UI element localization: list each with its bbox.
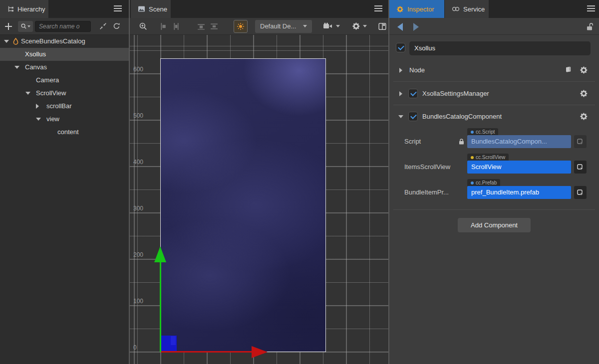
inspector-toolbar (389, 18, 599, 35)
node-active-checkbox[interactable] (396, 43, 405, 52)
tree-row-xsollus[interactable]: Xsollus (0, 48, 129, 61)
lock-open-icon[interactable] (586, 22, 594, 31)
component-gear-icon[interactable] (580, 89, 588, 98)
search-icon (20, 23, 27, 29)
tab-scene[interactable]: Scene (131, 0, 171, 18)
search-filter-button[interactable] (18, 21, 33, 32)
scene-menu-icon[interactable] (374, 5, 382, 6)
nav-forward-icon[interactable] (413, 23, 419, 31)
tree-row-camera[interactable]: Camera (0, 74, 129, 87)
selected-node-gizmo[interactable] (161, 336, 177, 352)
prop-label-script: Script (404, 135, 421, 148)
component-enabled-checkbox[interactable] (408, 89, 418, 98)
gizmo-toggle-button[interactable] (234, 20, 248, 33)
inspector-panel: Inspector Service Xsollus Node (389, 0, 599, 364)
settings-manager-header[interactable]: XsollaSettingsManager (389, 86, 599, 101)
tree-row-view[interactable]: view (0, 113, 129, 126)
search-filter-caret-icon (27, 25, 30, 27)
collapse-all-icon[interactable] (99, 22, 107, 30)
camera-icon[interactable] (323, 22, 334, 31)
zoom-icon[interactable] (139, 22, 148, 31)
hierarchy-toolbar (0, 18, 129, 35)
tree-row-canvas[interactable]: Canvas (0, 61, 129, 74)
align-top-icon[interactable] (197, 22, 206, 31)
collapse-arrow-icon[interactable] (399, 91, 402, 96)
ruler-label: 500 (133, 112, 153, 119)
hierarchy-tree: SceneBundlesCatalog Xsollus Canvas Camer… (0, 35, 129, 139)
tab-inspector-label: Inspector (407, 5, 434, 13)
section-divider (393, 209, 595, 210)
node-section-header[interactable]: Node (389, 63, 599, 78)
component-enabled-checkbox[interactable] (408, 112, 418, 121)
asset-picker-icon[interactable] (574, 161, 587, 174)
prop-label-bundleitemprefab: BundleItemPr... (404, 186, 449, 199)
scrollview-value-field[interactable]: ScrollView (467, 161, 571, 174)
asset-picker-icon[interactable] (574, 135, 587, 148)
expand-arrow-icon[interactable] (14, 66, 22, 69)
y-axis-arrow-icon[interactable] (154, 246, 166, 262)
expand-arrow-icon[interactable] (25, 92, 33, 95)
create-node-button[interactable] (5, 23, 12, 30)
hierarchy-menu-icon[interactable] (114, 5, 122, 6)
type-badge: cc.ScrollView (467, 154, 509, 161)
align-left-icon[interactable] (159, 22, 168, 31)
collapse-arrow-icon[interactable] (399, 68, 402, 73)
asset-picker-icon[interactable] (574, 186, 587, 199)
node-docs-book-icon[interactable] (564, 66, 573, 73)
script-value-field: BundlesCatalogCompon... (467, 135, 571, 148)
tree-label: Camera (36, 74, 59, 87)
tab-hierarchy[interactable]: Hierarchy (0, 0, 48, 18)
light-gizmo-icon (237, 22, 245, 30)
panel-splitter[interactable] (388, 0, 389, 364)
tree-label: ScrollView (36, 87, 66, 100)
tab-hierarchy-label: Hierarchy (17, 5, 45, 13)
tree-row-scrollbar[interactable]: scrollBar (0, 100, 129, 113)
scene-flame-icon (12, 37, 21, 45)
add-component-button[interactable]: Add Component (458, 218, 531, 232)
x-axis-line (161, 351, 252, 353)
collapse-arrow-icon[interactable] (36, 104, 44, 109)
scene-viewport[interactable]: 600 500 400 300 200 100 0 (130, 35, 388, 364)
expand-arrow-icon[interactable] (398, 115, 403, 118)
tree-row-content[interactable]: content (0, 126, 129, 139)
panel-splitter[interactable] (129, 0, 130, 364)
y-axis-line (160, 262, 161, 352)
design-canvas[interactable] (160, 58, 326, 352)
expand-arrow-icon[interactable] (36, 118, 44, 121)
search-input[interactable] (35, 21, 91, 32)
settings-manager-label: XsollaSettingsManager (422, 90, 489, 97)
design-resolution-dropdown[interactable]: Default De... (255, 20, 312, 33)
layout-split-icon[interactable] (378, 22, 387, 31)
settings-caret-icon[interactable] (363, 25, 367, 27)
ruler-label: 400 (133, 159, 153, 166)
tab-inspector[interactable]: Inspector (389, 0, 444, 18)
type-dot-icon (471, 131, 474, 134)
inspector-menu-icon[interactable] (587, 5, 595, 6)
prop-label-itemsscrollview: ItemsScrollView (404, 161, 450, 174)
tree-label: scrollBar (46, 100, 72, 113)
expand-arrow-icon[interactable] (4, 40, 12, 43)
node-name-field[interactable]: Xsollus (409, 41, 591, 55)
tab-service[interactable]: Service (445, 0, 489, 18)
component-gear-icon[interactable] (580, 112, 588, 121)
camera-caret-icon[interactable] (336, 25, 340, 27)
scene-tabbar: Scene (130, 0, 388, 18)
align-center-h-icon[interactable] (172, 22, 181, 31)
cocos-creator-editor: Hierarchy SceneBund (0, 0, 599, 364)
nav-back-icon[interactable] (397, 23, 403, 31)
prefab-value-field[interactable]: pref_BundleItem.prefab (467, 186, 571, 199)
bundles-catalog-label: BundlesCatalogComponent (422, 113, 502, 120)
align-middle-v-icon[interactable] (210, 22, 219, 31)
node-gear-icon[interactable] (580, 66, 588, 74)
tree-label: Xsollus (25, 48, 46, 61)
tree-label: SceneBundlesCatalog (21, 35, 85, 48)
type-dot-icon (471, 182, 474, 184)
scene-settings-gear-icon[interactable] (352, 22, 361, 31)
tree-row-scene[interactable]: SceneBundlesCatalog (0, 35, 129, 48)
refresh-icon[interactable] (112, 22, 121, 30)
bundles-catalog-header[interactable]: BundlesCatalogComponent (389, 109, 599, 124)
ruler-label: 300 (133, 205, 153, 212)
x-axis-arrow-icon[interactable] (252, 346, 268, 358)
dropdown-caret-icon (303, 25, 307, 27)
tree-row-scrollview[interactable]: ScrollView (0, 87, 129, 100)
